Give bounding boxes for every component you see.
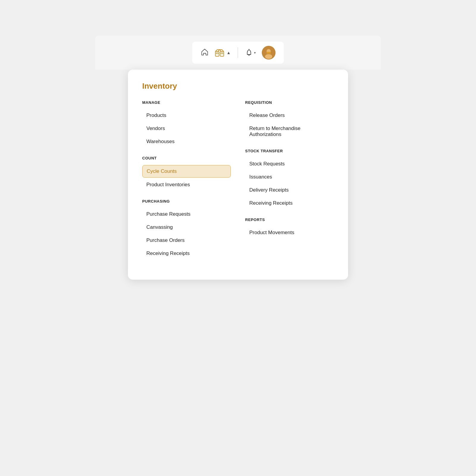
cycle-counts-link[interactable]: Cycle Counts bbox=[142, 165, 231, 178]
menu-left-column: MANAGE Products Vendors Warehouses COUNT… bbox=[142, 100, 231, 268]
rma-link[interactable]: Return to Merchandise Authorizations bbox=[245, 123, 334, 140]
reports-section-label: REPORTS bbox=[245, 217, 334, 222]
stock-receiving-receipts-link[interactable]: Receiving Receipts bbox=[245, 197, 334, 209]
nav-divider bbox=[238, 47, 238, 58]
stock-transfer-section: STOCK TRANSFER Stock Requests Issuances … bbox=[245, 149, 334, 209]
svg-rect-3 bbox=[221, 53, 223, 54]
product-movements-link[interactable]: Product Movements bbox=[245, 227, 334, 239]
stock-transfer-section-label: STOCK TRANSFER bbox=[245, 149, 334, 153]
delivery-receipts-link[interactable]: Delivery Receipts bbox=[245, 184, 334, 196]
menu-columns: MANAGE Products Vendors Warehouses COUNT… bbox=[142, 100, 334, 268]
home-icon[interactable] bbox=[201, 48, 209, 58]
requisition-section-label: REQUISITION bbox=[245, 100, 334, 105]
count-section-label: COUNT bbox=[142, 156, 231, 160]
count-section: COUNT Cycle Counts Product Inventories bbox=[142, 156, 231, 191]
inventory-chevron-icon: ▲ bbox=[227, 50, 231, 55]
avatar[interactable] bbox=[262, 46, 275, 60]
purchasing-section: PURCHASING Purchase Requests Canvassing … bbox=[142, 199, 231, 259]
product-inventories-link[interactable]: Product Inventories bbox=[142, 179, 231, 191]
svg-point-7 bbox=[265, 54, 272, 59]
app-container: ▲ ▾ bbox=[95, 36, 381, 280]
inventory-menu-button[interactable]: ▲ bbox=[215, 48, 231, 57]
bell-chevron-icon: ▾ bbox=[254, 51, 256, 55]
purchasing-receiving-receipts-link[interactable]: Receiving Receipts bbox=[142, 248, 231, 259]
vendors-link[interactable]: Vendors bbox=[142, 123, 231, 134]
menu-title: Inventory bbox=[142, 82, 334, 91]
navbar: ▲ ▾ bbox=[95, 36, 381, 70]
requisition-section: REQUISITION Release Orders Return to Mer… bbox=[245, 100, 334, 140]
purchase-requests-link[interactable]: Purchase Requests bbox=[142, 208, 231, 220]
inventory-dropdown: Inventory MANAGE Products Vendors Wareho… bbox=[128, 70, 348, 280]
manage-section-label: MANAGE bbox=[142, 100, 231, 105]
bell-icon bbox=[245, 49, 253, 57]
notification-bell-button[interactable]: ▾ bbox=[245, 49, 256, 57]
warehouses-link[interactable]: Warehouses bbox=[142, 136, 231, 148]
reports-section: REPORTS Product Movements bbox=[245, 217, 334, 239]
svg-rect-2 bbox=[216, 53, 218, 54]
canvassing-link[interactable]: Canvassing bbox=[142, 221, 231, 233]
purchasing-section-label: PURCHASING bbox=[142, 199, 231, 203]
purchase-orders-link[interactable]: Purchase Orders bbox=[142, 234, 231, 246]
release-orders-link[interactable]: Release Orders bbox=[245, 109, 334, 121]
products-link[interactable]: Products bbox=[142, 109, 231, 121]
manage-section: MANAGE Products Vendors Warehouses bbox=[142, 100, 231, 148]
svg-rect-8 bbox=[267, 52, 271, 54]
issuances-link[interactable]: Issuances bbox=[245, 171, 334, 183]
menu-right-column: REQUISITION Release Orders Return to Mer… bbox=[245, 100, 334, 268]
stock-requests-link[interactable]: Stock Requests bbox=[245, 158, 334, 170]
inventory-icon bbox=[215, 48, 224, 57]
